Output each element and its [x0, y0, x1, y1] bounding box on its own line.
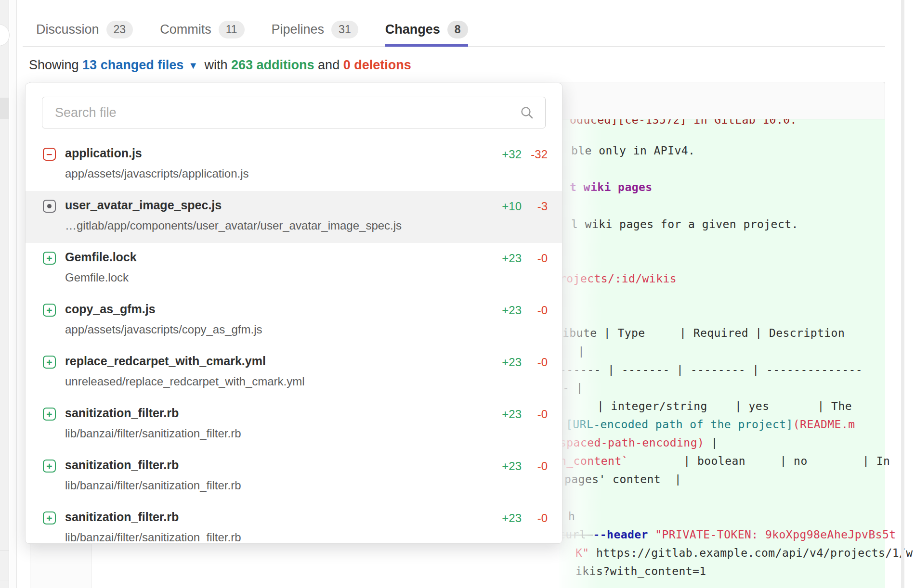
tab-label: Discussion [36, 22, 99, 37]
file-path: lib/banzai/filter/sanitization_filter.rb [65, 427, 241, 440]
file-additions: +10 [502, 200, 522, 213]
tab-count-badge: 11 [219, 21, 245, 38]
file-name: sanitization_filter.rb [65, 510, 179, 524]
diff-line-number-gutter [30, 544, 92, 588]
tab-count-badge: 8 [447, 21, 468, 38]
tab-discussion[interactable]: Discussion23 [36, 0, 133, 47]
file-path: …gitlab/app/components/user_avatar/user_… [65, 219, 402, 232]
file-deleted-icon: − [43, 148, 56, 161]
changed-file-list: −application.jsapp/assets/javascripts/ap… [26, 139, 562, 544]
file-additions: +32 [502, 148, 522, 161]
tab-count-badge: 23 [106, 21, 133, 38]
file-path: Gemfile.lock [65, 271, 129, 284]
tab-pipelines[interactable]: Pipelines31 [272, 0, 358, 47]
page-scrollbar-track[interactable] [901, 0, 904, 588]
file-additions: +23 [502, 408, 522, 421]
file-list-item[interactable]: +replace_redcarpet_with_cmark.ymlunrelea… [26, 347, 562, 399]
file-deletions: -0 [537, 304, 548, 317]
tab-label: Changes [385, 22, 440, 37]
tab-changes[interactable]: Changes8 [385, 0, 468, 47]
file-list-item[interactable]: +copy_as_gfm.jsapp/assets/javascripts/co… [26, 295, 562, 347]
file-added-icon: + [43, 511, 56, 524]
file-path: app/assets/javascripts/application.js [65, 167, 249, 180]
file-deletions: -0 [537, 460, 548, 473]
diff-code-line: [URL-encoded path of the project](README… [566, 417, 855, 432]
file-added-icon: + [43, 304, 56, 317]
file-name: sanitization_filter.rb [65, 406, 179, 420]
file-deletions: -0 [537, 252, 548, 265]
file-list-item[interactable]: −application.jsapp/assets/javascripts/ap… [26, 139, 562, 191]
file-name: copy_as_gfm.js [65, 302, 156, 316]
window-border-strip [10, 0, 17, 588]
file-deletions: -0 [537, 408, 548, 421]
file-deletions: -0 [537, 511, 548, 525]
diff-code-line: ------ | ------- | -------- | ----------… [560, 362, 863, 377]
tab-label: Pipelines [272, 22, 325, 37]
deletions-count: 0 deletions [343, 58, 411, 72]
file-list-item[interactable]: +Gemfile.lockGemfile.lock+23-0 [26, 243, 562, 295]
additions-count: 263 additions [231, 58, 314, 72]
file-additions: +23 [502, 304, 522, 317]
file-added-icon: + [43, 408, 56, 421]
file-name: Gemfile.lock [65, 250, 137, 264]
file-added-icon: + [43, 356, 56, 369]
file-path: lib/banzai/filter/sanitization_filter.rb [65, 531, 241, 544]
scrollbar-thumb[interactable] [0, 98, 9, 119]
file-name: sanitization_filter.rb [65, 458, 179, 472]
merge-request-tab-bar: Discussion23Commits11Pipelines31Changes8 [23, 0, 885, 47]
file-name: application.js [65, 146, 142, 160]
file-added-icon: + [43, 460, 56, 473]
search-file-input[interactable] [42, 97, 546, 128]
file-deletions: -0 [537, 356, 548, 369]
merge-request-changes-page: oduced][ce-13572] in GitLab 10.0.ble onl… [0, 0, 915, 588]
file-added-icon: + [43, 252, 56, 265]
summary-prefix: Showing [29, 58, 79, 72]
diff-code-line: l wiki pages for a given project. [571, 217, 798, 231]
changed-files-dropdown: −application.jsapp/assets/javascripts/ap… [25, 83, 562, 544]
file-path: app/assets/javascripts/copy_as_gfm.js [65, 323, 262, 336]
file-list-item[interactable]: +sanitization_filter.rblib/banzai/filter… [26, 399, 562, 451]
tab-label: Commits [160, 22, 211, 37]
file-name: replace_redcarpet_with_cmark.yml [65, 354, 266, 368]
file-list-item[interactable]: +sanitization_filter.rblib/banzai/filter… [26, 503, 562, 544]
window-edge-strip [0, 0, 9, 588]
file-path: unreleased/replace_redcarpet_with_cmark.… [65, 375, 305, 388]
tab-count-badge: 31 [331, 21, 358, 38]
file-additions: +23 [502, 460, 522, 473]
diff-code-line: ibute | Type | Required | Description [562, 326, 845, 340]
background-avatar-partial [0, 24, 10, 46]
file-additions: +23 [502, 356, 522, 369]
file-list-item[interactable]: +sanitization_filter.rblib/banzai/filter… [26, 451, 562, 503]
diff-code-line: curl --header "PRIVATE-TOKEN: 9koXpg98eA… [559, 527, 896, 542]
file-additions: +23 [502, 252, 522, 265]
file-list-item[interactable]: user_avatar_image_spec.js…gitlab/app/com… [26, 191, 562, 243]
file-modified-icon [43, 200, 56, 213]
tab-commits[interactable]: Commits11 [160, 0, 244, 47]
tabs: Discussion23Commits11Pipelines31Changes8 [36, 0, 468, 47]
file-deletions: -32 [531, 148, 548, 161]
file-additions: +23 [502, 511, 522, 525]
changed-files-dropdown-toggle[interactable]: 13 changed files [82, 58, 183, 72]
changed-files-summary: Showing 13 changed files▼ with 263 addit… [29, 58, 411, 73]
chevron-down-icon[interactable]: ▼ [188, 60, 198, 71]
diff-code-line: | integer/string | yes | The [597, 399, 852, 413]
file-path: lib/banzai/filter/sanitization_filter.rb [65, 479, 241, 492]
file-deletions: -3 [537, 200, 548, 213]
dropdown-shadow-fade [559, 119, 602, 588]
summary-and: and [318, 58, 340, 72]
search-icon [520, 105, 534, 122]
diff-code-line: h_content` | boolean | no | In [560, 454, 890, 468]
file-name: user_avatar_image_spec.js [65, 198, 222, 212]
summary-with: with [205, 58, 228, 72]
diff-code-line: K" https://gitlab.example.com/api/v4/pro… [575, 546, 913, 560]
